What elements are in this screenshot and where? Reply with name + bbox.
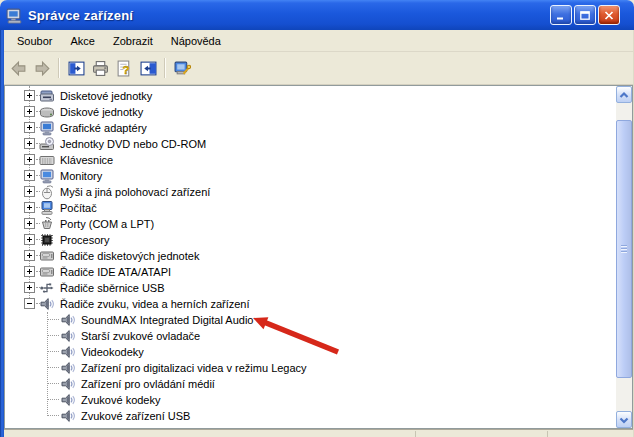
port-icon: [39, 216, 55, 232]
forward-arrow-icon: [34, 60, 51, 77]
tree-item-label[interactable]: Zařízení pro digitalizaci videa v režimu…: [81, 361, 307, 375]
chevron-down-icon: [618, 415, 630, 425]
tree-item-display-adapters: Grafické adaptéry: [5, 120, 616, 136]
expand-toggle[interactable]: [24, 250, 35, 261]
mouse-icon: [39, 184, 55, 200]
device-tree: Disketové jednotky Diskové jednotky Graf…: [5, 86, 616, 428]
scroll-down-button[interactable]: [616, 411, 632, 428]
tree-item-label[interactable]: Řadiče IDE ATA/ATAPI: [60, 265, 171, 279]
expand-toggle[interactable]: [24, 282, 35, 293]
tree-item-label[interactable]: Zvukové kodeky: [81, 393, 160, 407]
maximize-icon: [580, 11, 590, 20]
tree-item-sound-video-game-controllers: Řadiče zvuku, videa a herních zařízení: [5, 296, 616, 312]
usb-icon: [39, 280, 55, 296]
tree-item-dvd-cdrom-drives: Jednotky DVD nebo CD-ROM: [5, 136, 616, 152]
computer-help-icon: [174, 60, 191, 77]
console-tree-icon: [68, 60, 85, 77]
tree-item-usb-audio-device: Zvukové zařízení USB: [5, 408, 616, 424]
menu-zobrazit[interactable]: Zobrazit: [104, 32, 162, 50]
speaker-icon: [60, 392, 76, 408]
expand-toggle[interactable]: [24, 154, 35, 165]
tree-item-label[interactable]: Videokodeky: [81, 345, 144, 359]
processor-icon: [39, 232, 55, 248]
show-details-pane-button[interactable]: [136, 56, 160, 80]
expand-toggle[interactable]: [24, 186, 35, 197]
tree-item-processors: Procesory: [5, 232, 616, 248]
speaker-icon: [39, 296, 55, 312]
tree-item-label[interactable]: Zvukové zařízení USB: [81, 409, 190, 423]
tree-item-label[interactable]: Počítač: [60, 201, 97, 215]
monitor-icon: [39, 168, 55, 184]
cdrom-drive-icon: [39, 136, 55, 152]
back-button[interactable]: [6, 56, 30, 80]
tree-item-label[interactable]: Monitory: [60, 169, 102, 183]
expand-toggle[interactable]: [24, 202, 35, 213]
tree-item-keyboards: Klávesnice: [5, 152, 616, 168]
tree-item-label[interactable]: Zařízení pro ovládání médií: [81, 377, 215, 391]
expand-toggle[interactable]: [24, 234, 35, 245]
expand-toggle[interactable]: [24, 122, 35, 133]
keyboard-icon: [39, 152, 55, 168]
scroll-up-button[interactable]: [616, 86, 632, 103]
show-console-tree-button[interactable]: [64, 56, 88, 80]
help-button[interactable]: [112, 56, 136, 80]
tree-item-legacy-video-capture: Zařízení pro digitalizaci videa v režimu…: [5, 360, 616, 376]
toolbar-separator: [58, 58, 60, 78]
chevron-up-icon: [618, 90, 630, 100]
hard-disk-icon: [39, 104, 55, 120]
tree-item-usb-controllers: Řadiče sběrnice USB: [5, 280, 616, 296]
toolbar-separator: [164, 58, 166, 78]
help-and-support-button[interactable]: [170, 56, 194, 80]
expand-toggle[interactable]: [24, 218, 35, 229]
menu-soubor[interactable]: Soubor: [8, 32, 61, 50]
device-manager-window: Správce zařízení Soubor Akce Zobrazit Ná…: [0, 0, 634, 437]
vertical-scrollbar[interactable]: [616, 86, 632, 428]
device-tree-pane: Disketové jednotky Diskové jednotky Graf…: [4, 85, 633, 429]
maximize-button[interactable]: [574, 5, 596, 25]
tree-item-label[interactable]: Myši a jiná polohovací zařízení: [60, 185, 210, 199]
tree-item-audio-codecs: Zvukové kodeky: [5, 392, 616, 408]
expand-toggle[interactable]: [24, 266, 35, 277]
expand-toggle[interactable]: [24, 138, 35, 149]
menu-napoveda[interactable]: Nápověda: [162, 32, 230, 50]
collapse-toggle[interactable]: [24, 298, 35, 309]
tree-item-label[interactable]: SoundMAX Integrated Digital Audio: [81, 313, 253, 327]
back-arrow-icon: [10, 60, 27, 77]
tree-item-disk-drives: Diskové jednotky: [5, 104, 616, 120]
tree-item-floppy-drives: Disketové jednotky: [5, 88, 616, 104]
status-bar: [4, 429, 633, 437]
tree-item-label[interactable]: Klávesnice: [60, 153, 113, 167]
minimize-button[interactable]: [550, 5, 572, 25]
tree-item-label[interactable]: Řadiče zvuku, videa a herních zařízení: [60, 297, 250, 311]
close-button[interactable]: [598, 5, 620, 25]
tree-item-label[interactable]: Starší zvukové ovladače: [81, 329, 200, 343]
expand-toggle[interactable]: [24, 170, 35, 181]
controller-icon: [39, 264, 55, 280]
print-button[interactable]: [88, 56, 112, 80]
tree-item-label[interactable]: Porty (COM a LPT): [60, 217, 154, 231]
tree-item-floppy-controllers: Řadiče disketových jednotek: [5, 248, 616, 264]
title-bar[interactable]: Správce zařízení: [0, 0, 634, 30]
tree-item-label[interactable]: Jednotky DVD nebo CD-ROM: [60, 137, 206, 151]
tree-item-label[interactable]: Disketové jednotky: [60, 89, 152, 103]
tree-item-label[interactable]: Řadiče disketových jednotek: [60, 249, 199, 263]
speaker-icon: [60, 408, 76, 424]
menu-akce[interactable]: Akce: [61, 32, 103, 50]
scrollbar-thumb[interactable]: [616, 120, 632, 378]
forward-button[interactable]: [30, 56, 54, 80]
tree-item-label[interactable]: Procesory: [60, 233, 110, 247]
close-icon: [604, 11, 614, 20]
speaker-icon: [60, 360, 76, 376]
tree-item-monitors: Monitory: [5, 168, 616, 184]
expand-toggle[interactable]: [24, 90, 35, 101]
status-bar-divider: [415, 431, 416, 437]
tree-item-label[interactable]: Diskové jednotky: [60, 105, 143, 119]
controller-icon: [39, 248, 55, 264]
tree-item-label[interactable]: Řadiče sběrnice USB: [60, 281, 165, 295]
expand-toggle[interactable]: [24, 106, 35, 117]
tree-item-label[interactable]: Grafické adaptéry: [60, 121, 147, 135]
tree-item-video-codecs: Videokodeky: [5, 344, 616, 360]
tree-item-ide-controllers: Řadiče IDE ATA/ATAPI: [5, 264, 616, 280]
tree-item-media-control-devices: Zařízení pro ovládání médií: [5, 376, 616, 392]
floppy-drive-icon: [39, 88, 55, 104]
